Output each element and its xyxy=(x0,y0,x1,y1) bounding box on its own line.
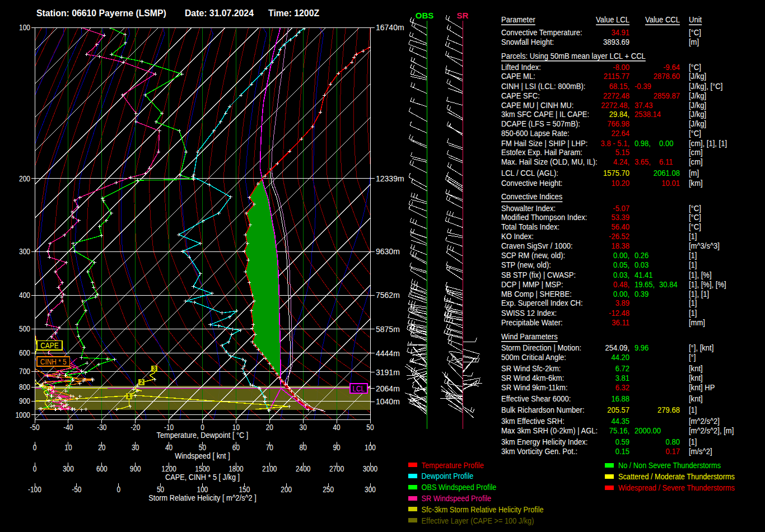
svg-text:[knt]: [knt] xyxy=(689,363,703,373)
svg-text:[1]: [1] xyxy=(689,437,697,446)
svg-text:[1], [%], [%]: [1], [%], [%] xyxy=(689,279,726,289)
svg-text:[knt]: [knt] xyxy=(689,394,703,403)
svg-text:0.00,: 0.00, xyxy=(613,289,629,298)
svg-text:[mm]: [mm] xyxy=(689,318,705,327)
svg-text:100: 100 xyxy=(197,485,208,494)
svg-text:0.03: 0.03 xyxy=(635,260,649,269)
svg-text:56.40: 56.40 xyxy=(611,222,629,231)
svg-text:Storm Relative Helicity [ m^2: Storm Relative Helicity [ m^2/s^2 ] xyxy=(148,494,256,503)
svg-text:[m^2/s^2]: [m^2/s^2] xyxy=(689,416,720,426)
svg-text:Unit: Unit xyxy=(689,15,702,24)
svg-text:29.84,: 29.84, xyxy=(609,109,629,119)
svg-text:Value CCL: Value CCL xyxy=(645,15,680,24)
svg-text:3.81: 3.81 xyxy=(615,373,630,382)
svg-text:150: 150 xyxy=(239,485,250,494)
svg-text:Estofex Exp. Hail Param:: Estofex Exp. Hail Param: xyxy=(501,147,582,157)
svg-text:90: 90 xyxy=(333,443,340,452)
svg-text:[1], [1]: [1], [1] xyxy=(689,289,709,298)
svg-text:4.24,: 4.24, xyxy=(613,157,629,166)
svg-text:Exp. Supercell Index CH:: Exp. Supercell Index CH: xyxy=(501,298,583,307)
svg-text:34.91: 34.91 xyxy=(611,27,629,37)
svg-text:3893.69: 3893.69 xyxy=(603,37,629,46)
svg-text:[cm]: [cm] xyxy=(689,147,703,157)
svg-text:37.43: 37.43 xyxy=(635,100,653,110)
svg-text:[1]: [1] xyxy=(689,231,697,241)
svg-text:[1]: [1] xyxy=(689,405,697,414)
svg-text:SR: SR xyxy=(457,11,469,20)
svg-text:-0.39: -0.39 xyxy=(635,81,651,91)
svg-text:1500: 1500 xyxy=(195,464,209,473)
svg-text:0: 0 xyxy=(33,443,37,452)
svg-text:Precipitable Water:: Precipitable Water: xyxy=(501,318,563,327)
svg-text:CAPE, CINH * 5 [ J/kg ]: CAPE, CINH * 5 [ J/kg ] xyxy=(165,473,240,482)
svg-text:Effective Layer (CAPE >= 100 J: Effective Layer (CAPE >= 100 J/kg) xyxy=(422,516,534,525)
svg-text:Modified Thompson Index:: Modified Thompson Index: xyxy=(501,212,587,222)
svg-text:3.89: 3.89 xyxy=(615,298,630,307)
svg-text:[1]: [1] xyxy=(689,298,697,307)
svg-text:-100: -100 xyxy=(28,485,41,494)
svg-text:[m^2/s^2], [m]: [m^2/s^2], [m] xyxy=(689,426,734,435)
svg-text:Parcels: Using 50mB mean layer: Parcels: Using 50mB mean layer LCL + CCL xyxy=(501,51,646,60)
svg-text:SWISS 12 Index:: SWISS 12 Index: xyxy=(501,308,557,318)
svg-text:40: 40 xyxy=(333,423,340,432)
svg-text:[cm], [1], [1]: [cm], [1], [1] xyxy=(689,138,727,148)
svg-text:2272.48: 2272.48 xyxy=(603,91,629,100)
svg-text:279.68: 279.68 xyxy=(657,405,680,414)
svg-text:254.09,: 254.09, xyxy=(605,343,630,352)
svg-text:200: 200 xyxy=(19,174,30,183)
svg-text:22.64: 22.64 xyxy=(611,128,629,138)
svg-text:80: 80 xyxy=(300,443,307,452)
svg-text:75.16,: 75.16, xyxy=(609,426,629,435)
svg-text:5.15: 5.15 xyxy=(615,147,630,157)
svg-text:50: 50 xyxy=(157,485,164,494)
svg-text:CAPE SFC:: CAPE SFC: xyxy=(501,91,540,100)
svg-text:Dewpoint Profile: Dewpoint Profile xyxy=(422,471,474,480)
svg-text:[°C]: [°C] xyxy=(689,212,701,222)
svg-text:0.03,: 0.03, xyxy=(613,270,629,279)
svg-text:No / Non Severe Thunderstorms: No / Non Severe Thunderstorms xyxy=(618,460,721,470)
svg-text:Convective Height:: Convective Height: xyxy=(501,178,562,188)
svg-text:Sfc-3km Storm Relative Helicit: Sfc-3km Storm Relative Helicity Profile xyxy=(422,505,544,514)
svg-text:Wind Parameters: Wind Parameters xyxy=(501,332,558,341)
svg-text:500m Critical Angle:: 500m Critical Angle: xyxy=(501,352,566,362)
svg-text:[°C]: [°C] xyxy=(689,27,701,37)
svg-text:DCAPE (LFS = 507mB):: DCAPE (LFS = 507mB): xyxy=(501,119,580,128)
svg-text:800: 800 xyxy=(19,382,30,391)
svg-text:0.15: 0.15 xyxy=(615,446,630,456)
svg-text:Temperature, Dewpoint [ °C ]: Temperature, Dewpoint [ °C ] xyxy=(157,431,249,440)
svg-text:400: 400 xyxy=(19,291,30,300)
svg-text:CINH * 5: CINH * 5 xyxy=(40,357,67,366)
svg-text:2859.87: 2859.87 xyxy=(654,91,680,100)
svg-text:CAPE MU | CINH MU:: CAPE MU | CINH MU: xyxy=(501,100,573,110)
svg-text:DCP | MMP | MSP:: DCP | MMP | MSP: xyxy=(501,279,563,289)
svg-text:[m^3/s^3]: [m^3/s^3] xyxy=(689,241,720,250)
svg-text:SR Wind 9km-11km:: SR Wind 9km-11km: xyxy=(501,382,568,392)
svg-text:0: 0 xyxy=(116,485,120,494)
svg-text:SCP RM (new, old):: SCP RM (new, old): xyxy=(501,250,565,260)
svg-text:1040m: 1040m xyxy=(376,397,400,406)
svg-text:0.05,: 0.05, xyxy=(613,260,629,269)
svg-text:Lifted Index:: Lifted Index: xyxy=(501,62,541,72)
svg-text:[°C]: [°C] xyxy=(689,128,701,138)
svg-text:2272.48,: 2272.48, xyxy=(601,100,629,110)
svg-text:300: 300 xyxy=(63,464,74,473)
svg-text:0.00: 0.00 xyxy=(659,138,674,148)
svg-text:2: 2 xyxy=(140,379,143,385)
svg-text:1575.70: 1575.70 xyxy=(603,168,629,178)
svg-text:-30: -30 xyxy=(97,423,106,432)
svg-text:44.20: 44.20 xyxy=(611,352,629,362)
svg-text:700: 700 xyxy=(19,367,30,376)
svg-text:1200: 1200 xyxy=(161,464,176,473)
svg-text:SR Wind 4km-6km:: SR Wind 4km-6km: xyxy=(501,373,564,382)
svg-text:[cm]: [cm] xyxy=(689,157,703,166)
svg-text:300: 300 xyxy=(19,247,30,256)
svg-text:36.11: 36.11 xyxy=(612,318,629,327)
svg-text:-20: -20 xyxy=(130,423,140,432)
svg-text:LCL: LCL xyxy=(352,384,365,393)
svg-text:Craven SigSvr / 1000:: Craven SigSvr / 1000: xyxy=(501,241,573,250)
svg-text:-50: -50 xyxy=(30,423,39,432)
svg-text:FM Hail Size | SHIP | LHP:: FM Hail Size | SHIP | LHP: xyxy=(501,138,587,148)
svg-text:2538.14: 2538.14 xyxy=(635,109,661,119)
svg-text:16.88: 16.88 xyxy=(611,394,629,403)
svg-text:SR Windspeed Profile: SR Windspeed Profile xyxy=(422,493,492,503)
